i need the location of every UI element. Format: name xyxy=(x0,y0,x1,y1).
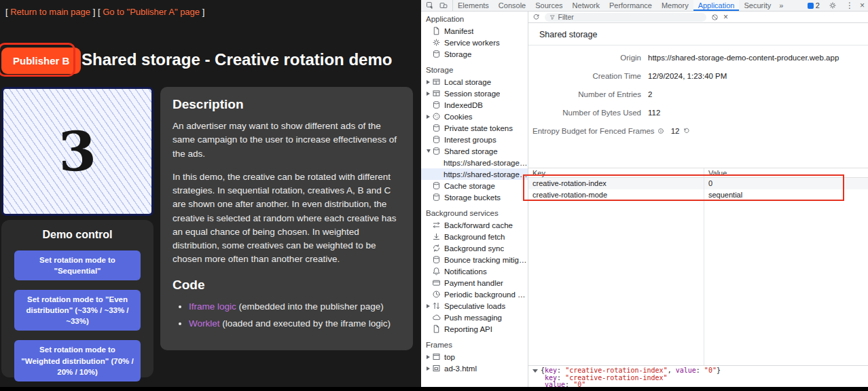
expand-arrow-icon[interactable] xyxy=(424,149,432,153)
tab-sources[interactable]: Sources xyxy=(530,0,567,11)
sidebar-item-background-sync[interactable]: Background sync xyxy=(421,242,528,254)
key-value-table: Key Value creative-rotation-index 0 crea… xyxy=(528,168,868,365)
field-entropy-budget: Entropy Budget for Fenced Frames 12 xyxy=(528,122,868,140)
database-icon xyxy=(432,100,441,109)
sidebar-item-speculative-loads[interactable]: Speculative loads xyxy=(421,300,528,312)
issues-icon xyxy=(808,3,814,9)
preview-property-value: value: "0" xyxy=(532,381,868,387)
expand-arrow-icon[interactable] xyxy=(424,355,432,359)
application-sidebar: Application Manifest Service workers Sto… xyxy=(421,12,528,387)
tab-application[interactable]: Application xyxy=(693,0,740,11)
sidebar-item-frame-top[interactable]: top xyxy=(421,351,528,362)
info-icon[interactable] xyxy=(657,128,664,134)
kebab-menu-icon[interactable]: ⋮ xyxy=(846,1,854,10)
go-to-publisher-a-link[interactable]: Go to "Publisher A" page xyxy=(103,7,200,17)
refresh-icon[interactable] xyxy=(532,14,540,21)
expand-arrow-icon[interactable] xyxy=(424,367,432,371)
sidebar-item-private-state-tokens[interactable]: Private state tokens xyxy=(421,122,528,134)
tab-performance[interactable]: Performance xyxy=(604,0,657,11)
sidebar-item-manifest[interactable]: Manifest xyxy=(421,25,528,37)
sidebar-item-notifications[interactable]: Notifications xyxy=(421,265,528,277)
database-icon xyxy=(432,147,441,155)
set-weighted-distribution-button[interactable]: Set rotation mode to "Weighted distribut… xyxy=(14,340,141,381)
database-icon xyxy=(432,255,441,264)
sidebar-item-interest-groups[interactable]: Interest groups xyxy=(421,134,528,145)
description-paragraph-1: An advertiser may want to show different… xyxy=(173,119,401,161)
cell-value: sequential xyxy=(704,189,742,201)
sidebar-item-back-forward-cache[interactable]: Back/forward cache xyxy=(421,219,528,231)
expand-arrow-icon[interactable] xyxy=(532,369,538,373)
sidebar-item-background-fetch[interactable]: Background fetch xyxy=(421,231,528,242)
iframe-logic-link[interactable]: Iframe logic xyxy=(189,301,236,312)
reset-budget-icon[interactable] xyxy=(683,128,690,134)
sidebar-item-push-messaging[interactable]: Push messaging xyxy=(421,312,528,323)
ad-creative[interactable]: 3 xyxy=(1,87,153,216)
sidebar-item-cookies[interactable]: Cookies xyxy=(421,111,528,122)
sidebar-item-indexeddb[interactable]: IndexedDB xyxy=(421,99,528,111)
device-toolbar-icon[interactable] xyxy=(437,1,450,10)
sidebar-item-shared-storage[interactable]: Shared storage xyxy=(421,145,528,157)
expand-arrow-icon[interactable] xyxy=(424,80,432,84)
sidebar-item-bounce-tracking[interactable]: Bounce tracking mitiga… xyxy=(421,254,528,265)
tab-network[interactable]: Network xyxy=(568,0,604,11)
field-value: 12 xyxy=(671,127,691,135)
sidebar-item-storage-buckets[interactable]: Storage buckets xyxy=(421,191,528,203)
sidebar-item-label: Periodic background s… xyxy=(444,291,528,299)
worklet-link[interactable]: Worklet xyxy=(189,318,220,329)
table-row[interactable]: creative-rotation-mode sequential xyxy=(528,189,868,201)
preview-text: } xyxy=(717,367,721,374)
field-number-of-entries: Number of Entries 2 xyxy=(528,85,868,103)
sidebar-item-label: Cookies xyxy=(444,113,473,121)
expand-arrow-icon[interactable] xyxy=(424,304,432,308)
sidebar-item-periodic-background-sync[interactable]: Periodic background s… xyxy=(421,288,528,300)
more-tabs-button[interactable]: » xyxy=(776,0,786,11)
clear-all-icon[interactable] xyxy=(711,14,719,21)
sidebar-item-cache-storage[interactable]: Cache storage xyxy=(421,180,528,191)
description-paragraph-2: In this demo, the creative can be rotate… xyxy=(173,170,401,267)
preview-key: key xyxy=(545,367,557,374)
settings-gear-icon[interactable] xyxy=(826,1,839,10)
sidebar-item-shared-storage-origin-2[interactable]: https://shared-storage-d… xyxy=(421,168,528,180)
background-fetch-icon xyxy=(432,232,441,241)
tab-security[interactable]: Security xyxy=(739,0,776,11)
demo-control-panel: Demo control Set rotation mode to "Seque… xyxy=(1,220,153,377)
sidebar-item-frame-ad3[interactable]: ad-3.html xyxy=(421,362,528,374)
tab-elements[interactable]: Elements xyxy=(453,0,494,11)
close-devtools-icon[interactable]: × xyxy=(860,1,865,10)
table-row[interactable]: creative-rotation-index 0 xyxy=(528,178,868,189)
field-value: 12/9/2024, 1:23:40 PM xyxy=(648,72,727,80)
sidebar-item-shared-storage-origin-1[interactable]: https://shared-storage-d… xyxy=(421,157,528,168)
filter-box[interactable] xyxy=(545,13,706,22)
database-icon xyxy=(432,181,441,190)
sidebar-item-label: Local storage xyxy=(444,78,491,86)
set-even-distribution-button[interactable]: Set rotation mode to "Even distribution"… xyxy=(14,290,141,331)
table-icon xyxy=(432,77,441,86)
return-to-main-link[interactable]: Return to main page xyxy=(10,7,90,17)
sidebar-item-session-storage[interactable]: Session storage xyxy=(421,88,528,99)
column-header-key[interactable]: Key xyxy=(528,168,704,177)
sidebar-item-label: ad-3.html xyxy=(444,365,477,373)
issues-badge[interactable]: 2 xyxy=(808,1,820,10)
preview-text: , xyxy=(668,367,676,374)
inspect-element-icon[interactable] xyxy=(423,1,437,10)
sidebar-item-service-workers[interactable]: Service workers xyxy=(421,37,528,48)
column-header-value[interactable]: Value xyxy=(704,168,727,177)
filter-input[interactable] xyxy=(558,13,702,21)
sidebar-item-label: Shared storage xyxy=(444,147,498,155)
set-sequential-button[interactable]: Set rotation mode to "Sequential" xyxy=(14,250,141,280)
close-filter-icon[interactable]: × xyxy=(723,13,728,21)
sidebar-item-label: Reporting API xyxy=(444,325,492,333)
publisher-b-badge[interactable]: Publisher B xyxy=(1,48,81,74)
tab-console[interactable]: Console xyxy=(494,0,530,11)
field-bytes-used: Number of Bytes Used 112 xyxy=(528,103,868,122)
preview-key: key xyxy=(545,374,557,381)
expand-arrow-icon[interactable] xyxy=(424,92,432,96)
tab-memory[interactable]: Memory xyxy=(657,0,693,11)
sidebar-item-reporting-api[interactable]: Reporting API xyxy=(421,323,528,335)
expand-arrow-icon[interactable] xyxy=(424,115,432,119)
field-value-text: 12 xyxy=(671,127,680,135)
sidebar-item-storage[interactable]: Storage xyxy=(421,48,528,60)
sidebar-item-payment-handler[interactable]: Payment handler xyxy=(421,277,528,288)
devtools-panel: Elements Console Sources Network Perform… xyxy=(421,0,868,387)
sidebar-item-local-storage[interactable]: Local storage xyxy=(421,76,528,88)
